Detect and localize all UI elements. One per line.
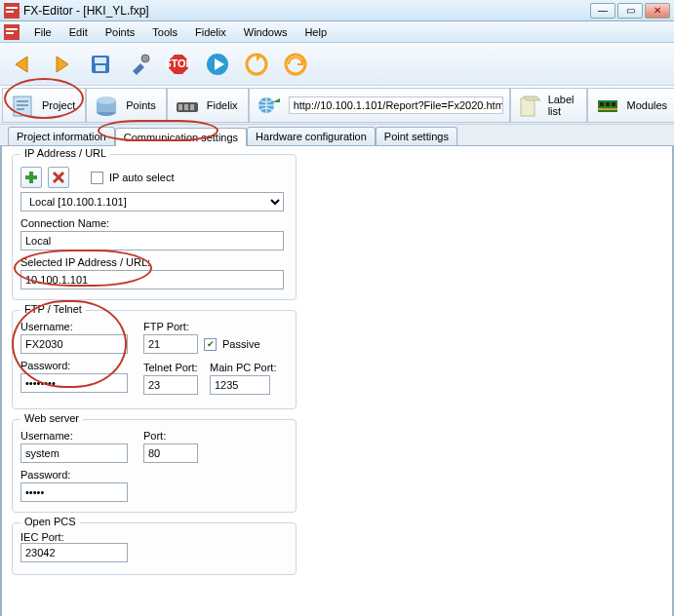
svg-rect-31 xyxy=(612,102,615,106)
svg-rect-4 xyxy=(6,28,18,30)
nav-modules[interactable]: Modules xyxy=(587,88,674,123)
nav-row: Project Points Fidelix http://10.100.1.1… xyxy=(0,86,674,125)
svg-point-21 xyxy=(97,96,116,104)
web-password-input[interactable] xyxy=(20,482,128,502)
close-button[interactable]: ✕ xyxy=(645,3,670,19)
points-icon xyxy=(93,92,120,119)
svg-rect-32 xyxy=(598,108,617,110)
nav-modules-label: Modules xyxy=(627,99,668,111)
menu-windows[interactable]: Windows xyxy=(235,23,297,41)
ftp-username-label: Username: xyxy=(20,321,128,332)
telnet-port-label: Telnet Port: xyxy=(143,362,198,373)
label-icon xyxy=(517,92,542,119)
back-icon[interactable] xyxy=(6,48,39,81)
globe-icon xyxy=(256,92,283,119)
nav-points-label: Points xyxy=(126,99,156,111)
group-ftp-legend: FTP / Telnet xyxy=(20,303,86,315)
ftp-port-input[interactable] xyxy=(143,334,198,354)
subtab-comm-settings[interactable]: Communication settings xyxy=(115,128,247,146)
svg-rect-30 xyxy=(606,102,610,106)
stop-icon[interactable]: STOP xyxy=(162,48,195,81)
svg-rect-7 xyxy=(95,58,106,63)
forward-icon[interactable] xyxy=(45,48,78,81)
web-port-label: Port: xyxy=(143,430,198,442)
svg-rect-18 xyxy=(17,108,24,110)
svg-rect-5 xyxy=(6,32,14,34)
group-pcs: Open PCS IEC Port: xyxy=(12,522,297,575)
fidelix-icon xyxy=(174,92,201,119)
group-web-legend: Web server xyxy=(20,412,83,424)
group-web: Web server Username: Password: Port: xyxy=(12,419,297,513)
web-username-label: Username: xyxy=(20,430,128,442)
mainpc-port-input[interactable] xyxy=(210,375,270,395)
web-username-input[interactable] xyxy=(20,443,128,463)
project-icon xyxy=(9,92,36,119)
nav-labellist[interactable]: Label list xyxy=(510,88,587,123)
svg-rect-1 xyxy=(6,7,18,9)
nav-labellist-label: Label list xyxy=(548,94,576,117)
play-icon[interactable] xyxy=(201,48,234,81)
menu-fidelix[interactable]: Fidelix xyxy=(186,23,235,41)
delete-button[interactable] xyxy=(48,167,69,188)
app-icon xyxy=(4,3,20,19)
subtabs: Project information Communication settin… xyxy=(0,125,674,146)
ftp-port-label: FTP Port: xyxy=(143,321,276,332)
svg-rect-24 xyxy=(184,104,188,110)
tools-icon[interactable] xyxy=(123,48,156,81)
subtab-project-info[interactable]: Project information xyxy=(8,127,115,145)
conn-name-input[interactable] xyxy=(20,231,284,250)
ip-auto-select-label: IP auto select xyxy=(109,172,174,183)
modules-icon xyxy=(594,92,621,119)
iec-port-input[interactable] xyxy=(20,543,128,562)
toolbar: STOP xyxy=(0,43,674,86)
svg-rect-25 xyxy=(190,104,194,110)
mainpc-port-label: Main PC Port: xyxy=(210,362,276,373)
passive-label: Passive xyxy=(222,338,260,350)
ftp-password-label: Password: xyxy=(20,360,128,371)
svg-point-9 xyxy=(141,55,149,62)
ftp-username-input[interactable] xyxy=(20,334,128,354)
svg-rect-27 xyxy=(521,98,535,116)
telnet-port-input[interactable] xyxy=(143,375,198,395)
menu-tools[interactable]: Tools xyxy=(143,23,186,41)
svg-rect-16 xyxy=(17,100,28,102)
titlebar: FX-Editor - [HKI_YL.fxp] — ▭ ✕ xyxy=(0,0,674,21)
add-button[interactable] xyxy=(20,167,42,188)
nav-fidelix-label: Fidelix xyxy=(207,99,238,111)
menu-file[interactable]: File xyxy=(25,23,60,41)
group-ip: IP Address / URL IP auto select Local [1… xyxy=(12,154,297,300)
minimize-button[interactable]: — xyxy=(590,3,615,19)
ip-auto-select-checkbox[interactable] xyxy=(91,172,103,184)
sel-ip-input[interactable] xyxy=(20,270,284,289)
web-password-label: Password: xyxy=(20,469,128,481)
menu-edit[interactable]: Edit xyxy=(60,23,97,41)
svg-rect-34 xyxy=(25,175,37,179)
nav-fidelix[interactable]: Fidelix xyxy=(167,88,249,123)
ftp-password-input[interactable] xyxy=(20,373,128,393)
svg-rect-17 xyxy=(17,104,28,106)
save-icon[interactable] xyxy=(84,48,117,81)
menu-points[interactable]: Points xyxy=(97,23,144,41)
window-title: FX-Editor - [HKI_YL.fxp] xyxy=(23,4,149,18)
sel-ip-label: Selected IP Address / URL: xyxy=(20,256,288,268)
group-pcs-legend: Open PCS xyxy=(20,516,80,527)
passive-checkbox[interactable]: ✔ xyxy=(204,338,217,351)
menu-help[interactable]: Help xyxy=(296,23,336,41)
ip-dropdown[interactable]: Local [10.100.1.101] xyxy=(20,192,284,212)
nav-url[interactable]: http://10.100.1.101/Report?File=Fx2020.h… xyxy=(249,88,510,123)
app-menu-icon xyxy=(4,24,20,40)
group-ip-legend: IP Address / URL xyxy=(20,147,110,159)
subtab-point-settings[interactable]: Point settings xyxy=(376,127,457,145)
svg-rect-29 xyxy=(600,102,604,106)
maximize-button[interactable]: ▭ xyxy=(617,3,643,19)
conn-name-label: Connection Name: xyxy=(20,217,288,229)
group-ftp: FTP / Telnet Username: Password: FTP Por… xyxy=(12,310,297,409)
nav-url-text[interactable]: http://10.100.1.101/Report?File=Fx2020.h… xyxy=(289,96,503,114)
nav-project[interactable]: Project xyxy=(2,88,86,123)
subtab-hw-config[interactable]: Hardware configuration xyxy=(247,127,376,145)
refresh-icon[interactable] xyxy=(240,48,273,81)
web-port-input[interactable] xyxy=(143,443,198,463)
nav-project-label: Project xyxy=(42,99,75,111)
nav-points[interactable]: Points xyxy=(86,88,167,123)
sync-icon[interactable] xyxy=(279,48,312,81)
